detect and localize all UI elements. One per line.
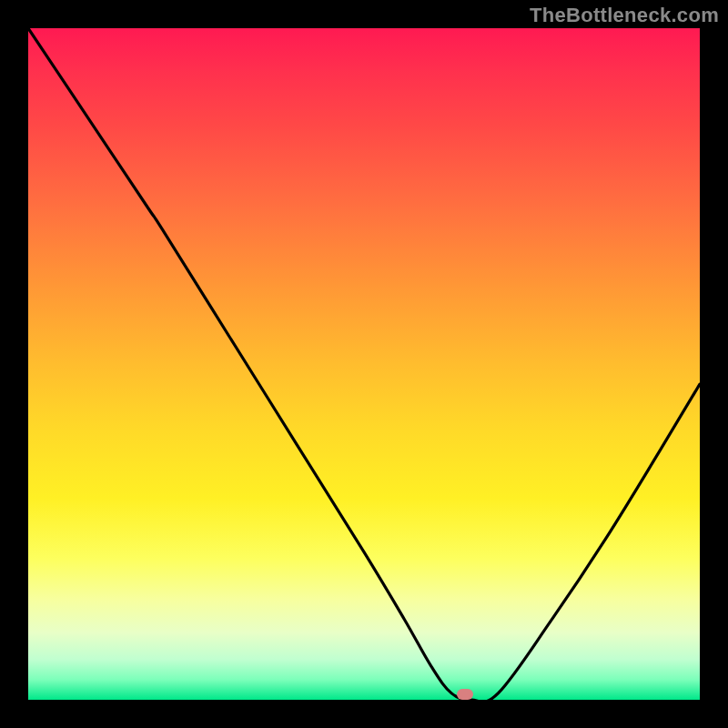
curve-path: [28, 28, 700, 700]
chart-frame: TheBottleneck.com: [0, 0, 728, 728]
bottleneck-curve: [28, 28, 700, 700]
plot-area: [28, 28, 700, 700]
watermark-text: TheBottleneck.com: [530, 4, 719, 27]
optimal-point-marker: [457, 689, 473, 700]
